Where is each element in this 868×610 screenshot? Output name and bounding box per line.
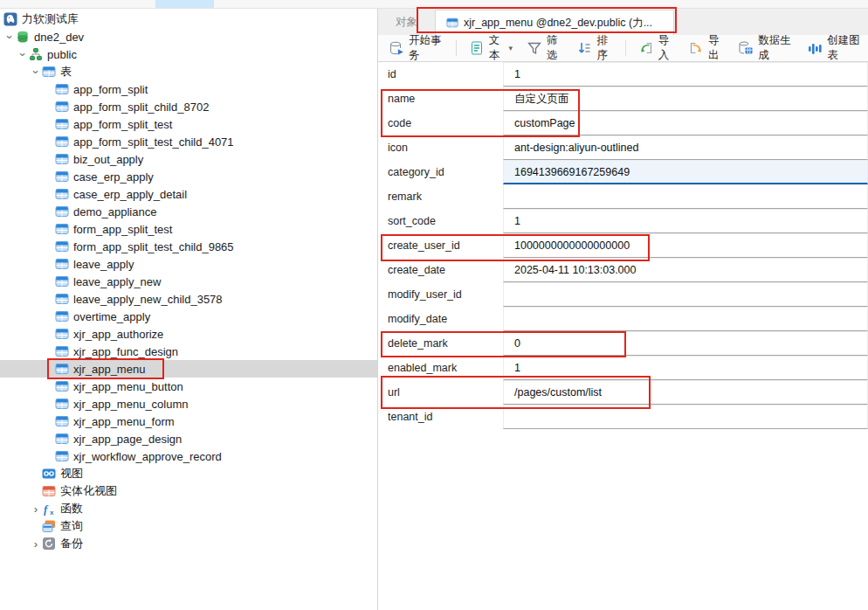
main-toolbar-item-0[interactable]: 连接 bbox=[7, 0, 28, 3]
tree-item-demo_appliance[interactable]: demo_appliance bbox=[0, 203, 377, 220]
tree-item-biz_out_apply[interactable]: biz_out_apply bbox=[0, 150, 377, 168]
field-row-delete_mark: delete_mark0 bbox=[378, 331, 868, 356]
begin-transaction-button[interactable]: 开始事务 bbox=[382, 31, 450, 66]
tree-item-leave_apply[interactable]: leave_apply bbox=[0, 255, 377, 273]
chevron-right-icon[interactable]: › bbox=[30, 503, 42, 515]
tree-item-备份[interactable]: ›备份 bbox=[0, 535, 377, 552]
tree-item-label: leave_apply_new bbox=[73, 275, 161, 288]
chevron-down-icon[interactable]: › bbox=[4, 31, 16, 43]
field-value-code[interactable]: customPage bbox=[503, 111, 868, 135]
tree-item-label: xjr_app_menu_button bbox=[73, 380, 183, 393]
tree-item-app_form_split_test_child_4071[interactable]: app_form_split_test_child_4071 bbox=[0, 133, 377, 150]
tree-item-public[interactable]: ›public bbox=[0, 45, 377, 63]
field-value-name[interactable]: 自定义页面 bbox=[503, 87, 868, 111]
field-value-icon[interactable]: ant-design:aliyun-outlined bbox=[503, 135, 868, 160]
sort-button[interactable]: 排序 bbox=[570, 31, 618, 66]
filter-button[interactable]: 筛选 bbox=[520, 31, 568, 66]
table-icon bbox=[55, 309, 69, 323]
tree-item-label: public bbox=[47, 48, 77, 61]
tree-item-app_form_split_test[interactable]: app_form_split_test bbox=[0, 115, 377, 133]
tree-item-力软测试库[interactable]: 力软测试库 bbox=[0, 10, 377, 28]
tree-item-dne2_dev[interactable]: ›dne2_dev bbox=[0, 28, 377, 45]
data-generation-button[interactable]: 数据生成 bbox=[732, 31, 799, 66]
field-value-url[interactable]: /pages/custom/list bbox=[503, 380, 868, 405]
main-toolbar-cropped[interactable]: 连接新建查询表视图实体化视图查询角色其他导入向导导出向导自动运行模型 bbox=[0, 0, 868, 9]
toolbar-separator bbox=[456, 40, 457, 56]
bar-chart-icon bbox=[807, 40, 823, 56]
main-toolbar-item-3[interactable]: 视图 bbox=[221, 0, 242, 3]
field-value-create_date[interactable]: 2025-04-11 10:13:03.000 bbox=[503, 258, 868, 282]
tree-item-label: xjr_app_page_design bbox=[73, 433, 182, 446]
tree-item-视图[interactable]: 视图 bbox=[0, 465, 377, 482]
main-toolbar-item-1[interactable]: 新建查询 bbox=[114, 0, 155, 3]
create-chart-button[interactable]: 创建图表 bbox=[801, 31, 868, 66]
tree-item-xjr_app_menu_form[interactable]: xjr_app_menu_form bbox=[0, 412, 377, 430]
field-value-enabled_mark[interactable]: 1 bbox=[503, 356, 868, 380]
field-value-delete_mark[interactable]: 0 bbox=[503, 331, 868, 356]
tree-item-查询[interactable]: 查询 bbox=[0, 517, 377, 535]
field-value-sort_code[interactable]: 1 bbox=[503, 209, 868, 233]
tree-item-case_erp_apply[interactable]: case_erp_apply bbox=[0, 168, 377, 185]
field-value-create_user_id[interactable]: 1000000000000000000 bbox=[503, 233, 868, 258]
tree-item-label: overtime_apply bbox=[73, 310, 150, 323]
tree-item-label: leave_apply_new_child_3578 bbox=[73, 293, 223, 306]
tab-xjr-app-menu[interactable]: xjr_app_menu @dne2_dev.public (力... bbox=[435, 10, 674, 35]
main-toolbar-item-9[interactable]: 导出向导 bbox=[664, 0, 706, 3]
main-toolbar-item-11[interactable]: 模型 bbox=[816, 0, 837, 3]
field-row-icon: iconant-design:aliyun-outlined bbox=[378, 135, 868, 160]
tree-item-case_erp_apply_detail[interactable]: case_erp_apply_detail bbox=[0, 185, 377, 203]
tree-item-overtime_apply[interactable]: overtime_apply bbox=[0, 308, 377, 325]
field-value-category_id[interactable]: 1694139669167259649 bbox=[503, 160, 868, 184]
chevron-down-icon[interactable]: › bbox=[31, 66, 42, 78]
tree-item-form_app_split_test_child_9865[interactable]: form_app_split_test_child_9865 bbox=[0, 238, 377, 255]
text-view-button[interactable]: 文本 ▾ bbox=[463, 31, 519, 66]
tree-item-app_form_split_child_8702[interactable]: app_form_split_child_8702 bbox=[0, 98, 377, 115]
tree-item-实体化视图[interactable]: 实体化视图 bbox=[0, 482, 377, 500]
tree-item-form_app_split_test[interactable]: form_app_split_test bbox=[0, 220, 377, 238]
field-value-remark[interactable] bbox=[503, 184, 868, 209]
main-toolbar-item-2[interactable]: 表 bbox=[166, 0, 176, 3]
tree-item-label: xjr_workflow_approve_record bbox=[73, 450, 222, 463]
chevron-right-icon[interactable]: › bbox=[30, 538, 42, 550]
tree-item-xjr_app_menu_column[interactable]: xjr_app_menu_column bbox=[0, 395, 377, 412]
button-label: 排序 bbox=[596, 33, 612, 63]
tree-item-xjr_workflow_approve_record[interactable]: xjr_workflow_approve_record bbox=[0, 447, 377, 465]
tree-item-label: form_app_split_test bbox=[73, 223, 172, 236]
tree-item-label: xjr_app_authorize bbox=[73, 328, 163, 341]
tree-item-label: 表 bbox=[60, 64, 72, 80]
main-toolbar-item-10[interactable]: 自动运行 bbox=[751, 0, 793, 3]
tree-item-xjr_app_authorize[interactable]: xjr_app_authorize bbox=[0, 325, 377, 343]
tree-item-函数[interactable]: ›fx函数 bbox=[0, 500, 377, 517]
main-toolbar-item-8[interactable]: 导入向导 bbox=[541, 0, 583, 3]
main-toolbar-item-5[interactable]: 查询 bbox=[341, 0, 362, 3]
tree-item-表[interactable]: ›表 bbox=[0, 63, 377, 80]
field-name-id: id bbox=[378, 62, 503, 87]
tab-objects[interactable]: 对象 bbox=[396, 9, 417, 35]
main-toolbar-item-4[interactable]: 实体化视图 bbox=[258, 0, 311, 3]
tree-item-app_form_split[interactable]: app_form_split bbox=[0, 80, 377, 98]
main-toolbar-item-6[interactable]: 角色 bbox=[382, 0, 403, 3]
field-row-remark: remark bbox=[378, 184, 868, 209]
table-icon bbox=[55, 82, 69, 96]
tree-item-leave_apply_new_child_3578[interactable]: leave_apply_new_child_3578 bbox=[0, 290, 377, 308]
field-value-tenant_id[interactable] bbox=[503, 405, 868, 429]
field-value-modify_user_id[interactable] bbox=[503, 282, 868, 307]
tree-item-xjr_app_func_design[interactable]: xjr_app_func_design bbox=[0, 343, 377, 360]
tree-item-xjr_app_menu[interactable]: xjr_app_menu bbox=[0, 360, 377, 378]
field-value-id[interactable]: 1 bbox=[503, 62, 868, 87]
field-value-modify_date[interactable] bbox=[503, 307, 868, 331]
tree-item-xjr_app_menu_button[interactable]: xjr_app_menu_button bbox=[0, 378, 377, 395]
main-toolbar-item-7[interactable]: 其他 bbox=[489, 0, 510, 3]
tree-item-label: case_erp_apply_detail bbox=[73, 188, 187, 201]
sort-icon bbox=[576, 40, 592, 56]
chevron-down-icon[interactable]: › bbox=[17, 48, 29, 60]
field-row-category_id: category_id1694139669167259649 bbox=[378, 160, 868, 184]
field-name-delete_mark: delete_mark bbox=[378, 331, 503, 356]
tree-item-leave_apply_new[interactable]: leave_apply_new bbox=[0, 273, 377, 290]
import-button[interactable]: 导入 bbox=[632, 31, 680, 66]
tree-item-xjr_app_page_design[interactable]: xjr_app_page_design bbox=[0, 430, 377, 447]
export-button[interactable]: 导出 bbox=[682, 31, 730, 66]
button-label: 数据生成 bbox=[758, 33, 793, 63]
field-name-enabled_mark: enabled_mark bbox=[378, 356, 503, 380]
backup-icon bbox=[42, 537, 56, 551]
